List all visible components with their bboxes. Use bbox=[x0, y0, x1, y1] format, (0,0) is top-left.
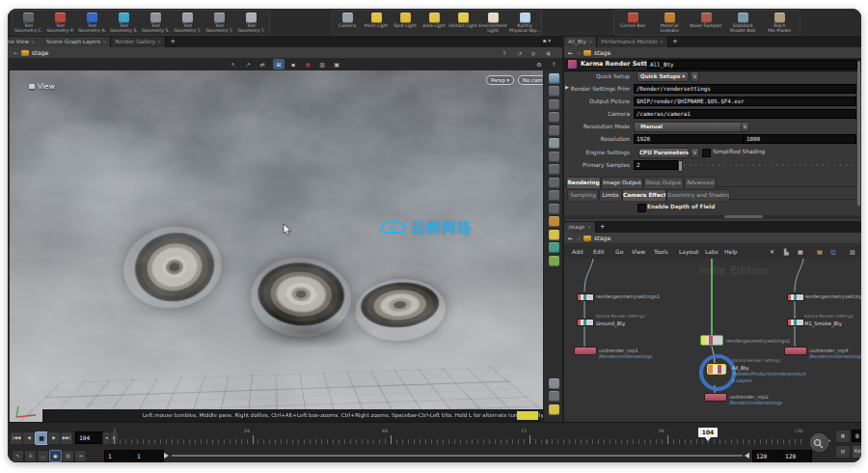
key-button[interactable]: Key bbox=[852, 445, 861, 459]
range-slider-right-handle[interactable] bbox=[745, 453, 749, 459]
truncated-field[interactable]: 0 bbox=[852, 430, 861, 442]
play-button[interactable]: ▶ bbox=[47, 431, 61, 445]
cache-display-button[interactable]: ▦ bbox=[835, 430, 851, 443]
tab-scene-graph-layers[interactable]: Scene Graph Layers× bbox=[42, 37, 111, 47]
tab-stage-network[interactable]: /stage× bbox=[564, 222, 596, 233]
menu-add[interactable]: Add bbox=[572, 245, 583, 259]
param-hscroll-handle[interactable] bbox=[724, 215, 763, 218]
resolution-height-field[interactable]: 1080 bbox=[744, 134, 856, 144]
collapse-triangle-icon[interactable]: ▶ bbox=[565, 84, 569, 90]
stop-button[interactable]: ■ bbox=[35, 431, 48, 445]
close-icon[interactable]: × bbox=[660, 37, 664, 47]
tab-all-bty[interactable]: All_Bty× bbox=[564, 37, 597, 47]
animation-curve-icon[interactable]: ◡ bbox=[37, 450, 49, 462]
snapshot-camera-icon[interactable] bbox=[549, 378, 559, 389]
render-settings-prim-field[interactable]: /Render/rendersettings bbox=[634, 84, 856, 94]
shelf-tool-test-geometry-5[interactable]: TestGeometry S. bbox=[140, 11, 172, 35]
current-frame-field[interactable]: 104 bbox=[75, 431, 104, 444]
shadows-icon[interactable] bbox=[549, 152, 559, 162]
menu-tools[interactable]: Tools bbox=[654, 245, 668, 259]
jump-to-end-button[interactable]: ▶▶| bbox=[60, 431, 73, 445]
shelf-tool-noise-sampler[interactable]: Noise Sampler bbox=[688, 11, 724, 35]
menu-view[interactable]: View bbox=[632, 245, 645, 259]
menu-layout[interactable]: Layout bbox=[679, 245, 698, 259]
node-rendergeometrysettings1[interactable] bbox=[577, 293, 594, 301]
auto-key-button[interactable]: ▤ bbox=[835, 445, 851, 459]
tab-limits[interactable]: Limits bbox=[599, 189, 622, 201]
breadcrumb[interactable]: stage bbox=[594, 235, 610, 241]
node-usdrender-rop4[interactable] bbox=[784, 347, 807, 355]
new-tab-button[interactable]: + bbox=[596, 222, 610, 233]
view-tool-icon[interactable]: ⊞ bbox=[273, 59, 285, 70]
color-palette-icon[interactable]: ▤ bbox=[817, 245, 823, 259]
tab-scene-view[interactable]: Scene View× bbox=[8, 37, 42, 47]
tab-camera-effects[interactable]: Camera Effects bbox=[622, 189, 666, 201]
grid-toggle-icon[interactable] bbox=[549, 404, 559, 415]
shelf-tool-test-geometry-7[interactable]: TestGeometry T. bbox=[203, 11, 235, 35]
shelf-tool-karma-physical-sky[interactable]: KarmaPhysical Sky... bbox=[508, 11, 541, 35]
node-all-bty-selected[interactable] bbox=[707, 364, 726, 375]
node-rendergeometrysettings4[interactable] bbox=[787, 293, 804, 301]
forward-arrow-icon[interactable]: → bbox=[576, 233, 581, 243]
menu-help[interactable]: Help bbox=[724, 245, 738, 259]
panel-icon[interactable]: ▣ bbox=[546, 50, 551, 56]
shelf-tool-camera[interactable]: Camera bbox=[333, 11, 362, 35]
overview-icon[interactable]: ▨ bbox=[850, 245, 855, 259]
menu-edit[interactable]: Edit bbox=[593, 245, 605, 259]
menu-go[interactable]: Go bbox=[615, 245, 623, 259]
shelf-tool-standard-shader-ball[interactable]: StandardShader Ball bbox=[724, 11, 761, 35]
close-icon[interactable]: × bbox=[586, 222, 590, 233]
new-tab-button[interactable]: + bbox=[668, 37, 682, 47]
param-hscroll-track[interactable] bbox=[564, 215, 861, 219]
range-slider-left-handle[interactable] bbox=[164, 453, 169, 459]
close-icon[interactable]: × bbox=[588, 37, 592, 47]
headlight-icon[interactable] bbox=[549, 112, 559, 123]
close-icon[interactable]: × bbox=[157, 37, 161, 47]
breadcrumb[interactable]: stage bbox=[594, 49, 610, 56]
render-flag-icon[interactable]: ● bbox=[302, 59, 313, 70]
shelf-tool-test-geometry-1[interactable]: TestGeometry C. bbox=[13, 11, 44, 35]
close-icon[interactable]: × bbox=[102, 37, 106, 47]
snap-icon[interactable]: ▙ bbox=[784, 245, 789, 259]
range-start2-field[interactable]: 1 bbox=[133, 450, 164, 462]
param-vertical-scrollbar[interactable] bbox=[857, 61, 860, 206]
tools-wrench-icon[interactable]: ✕ bbox=[770, 245, 774, 259]
shelf-tool-area-light[interactable]: Area Light bbox=[420, 11, 448, 35]
lock-camera-icon[interactable] bbox=[549, 99, 559, 110]
camera-field[interactable]: /cameras/camera1 bbox=[634, 109, 856, 119]
tab-rendering[interactable]: Rendering bbox=[566, 177, 601, 188]
points-display-icon[interactable] bbox=[549, 230, 559, 240]
mask-icon[interactable]: ▥ bbox=[316, 59, 328, 70]
playhead-pointer[interactable] bbox=[705, 437, 711, 441]
textures-icon[interactable] bbox=[549, 190, 559, 201]
persp-view-button[interactable]: Persp ▾ bbox=[486, 75, 514, 85]
viewport-preview-thumbnail[interactable] bbox=[549, 73, 559, 84]
node-rendergeometrysettings2-highlighted[interactable] bbox=[700, 335, 723, 346]
shelf-tool-point-light[interactable]: Point Light bbox=[362, 11, 391, 35]
select-arrow-icon[interactable]: ↖ bbox=[228, 59, 239, 70]
jump-to-start-button[interactable]: |◀◀ bbox=[10, 431, 23, 445]
swap-view-icon[interactable]: ⇄ bbox=[257, 59, 268, 70]
step-back-button[interactable]: ◀ bbox=[22, 431, 36, 445]
help-icon[interactable]: ? bbox=[548, 59, 559, 70]
object-display-icon[interactable] bbox=[549, 216, 559, 227]
range-slider-track[interactable] bbox=[172, 455, 743, 457]
primary-samples-slider-handle[interactable] bbox=[678, 160, 683, 172]
breadcrumb[interactable]: stage bbox=[32, 49, 48, 56]
tab-image-output[interactable]: Image Output bbox=[601, 177, 643, 188]
tab-geometry-and-shading[interactable]: Geometry and Shading bbox=[666, 189, 730, 201]
forward-arrow-icon[interactable]: → bbox=[576, 47, 581, 58]
back-arrow-icon[interactable]: ← bbox=[568, 47, 573, 58]
smooth-shading-icon[interactable] bbox=[549, 204, 559, 214]
output-picture-field[interactable]: $HIP/render/$HIPNAME.$OS.$F4.exr bbox=[634, 97, 856, 106]
primary-samples-slider-track[interactable] bbox=[684, 164, 856, 166]
dof-checkbox[interactable] bbox=[637, 204, 646, 212]
resolution-mode-dropdown[interactable]: Manual bbox=[634, 122, 744, 132]
shelf-tool-test-geometry-8[interactable]: TestGeometry T. bbox=[235, 11, 267, 35]
network-editor[interactable]: Indie Edition rendergeometrysettings1 Ka… bbox=[564, 259, 861, 422]
playhead-marker[interactable]: 104 bbox=[698, 428, 718, 437]
shelf-tool-spot-light[interactable]: Spot Light bbox=[391, 11, 420, 35]
display-options-icon[interactable] bbox=[549, 86, 559, 97]
engine-settings-spinner[interactable]: ⇅ bbox=[691, 148, 699, 158]
chevron-down-icon[interactable]: ▾ bbox=[828, 438, 830, 443]
